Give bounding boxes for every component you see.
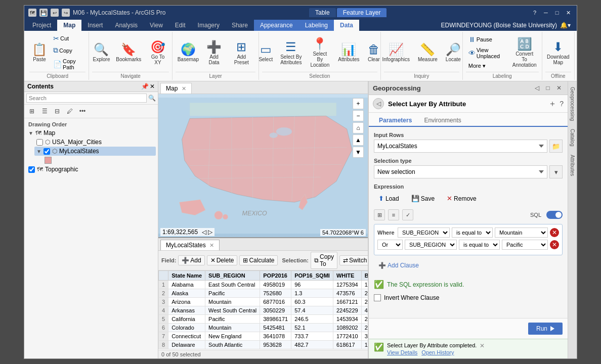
minimize-btn[interactable]: ─ [541, 9, 550, 17]
open-history-link[interactable]: Open History [421, 349, 454, 355]
tab-geoprocessing-vertical[interactable]: Geoprocessing [568, 83, 577, 124]
switch-btn[interactable]: ⇄ Switch [339, 255, 368, 265]
table-scroll[interactable]: State Name SUB_REGION POP2016 POP16_SQMI… [158, 270, 368, 350]
selection-type-select[interactable]: New selection Add to current selection R… [374, 165, 547, 178]
close-btn[interactable]: ✕ [564, 9, 573, 17]
table-row[interactable]: 3ArizonaMountain687701660.31667121259 [159, 298, 368, 306]
tab-imagery[interactable]: Imagery [192, 20, 226, 31]
tab-attributes-vertical[interactable]: Attributes [568, 151, 577, 179]
paste-button[interactable]: 📋 Paste [29, 40, 50, 64]
where-val-1[interactable]: Mountain [495, 228, 548, 238]
tab-share[interactable]: Share [226, 20, 254, 31]
topographic-checkbox[interactable] [28, 166, 35, 173]
expand-icon[interactable]: ▾ [568, 22, 571, 29]
view-details-link[interactable]: View Details [387, 349, 417, 355]
sidebar-pin-icon[interactable]: 📌 [141, 83, 149, 90]
col-pop16-sqmi[interactable]: POP16_SQMI [291, 271, 333, 281]
col-white[interactable]: WHITE [333, 271, 361, 281]
geopanel-tab-environments[interactable]: Environments [418, 115, 467, 127]
table-row[interactable]: 8DelawareSouth Atlantic953628482.7618617… [159, 341, 368, 349]
copy-path-button[interactable]: 📄 Copy Path [51, 57, 85, 72]
feature-layer-tab-title[interactable]: Feature Layer [337, 8, 387, 17]
layer-my-local-states[interactable]: ▼ ⬡ MyLocalStates [34, 147, 156, 156]
where-op-1[interactable]: is equal to [452, 228, 493, 238]
home-btn[interactable]: ⌂ [353, 122, 364, 133]
copy-button[interactable]: ⧉ Copy [51, 44, 85, 56]
or-connector-select[interactable]: Or And [377, 240, 403, 250]
help-btn[interactable]: ? [530, 9, 539, 17]
geopanel-back-history-icon[interactable]: ◁ [532, 83, 541, 93]
table-row[interactable]: 2AlaskaPacific7526801.347357623 [159, 289, 368, 298]
cut-button[interactable]: ✂ Cut [51, 33, 85, 44]
table-tab-mystates[interactable]: MyLocalStates ✕ [160, 240, 220, 250]
map-area[interactable]: MEXICO + − ⌂ ▲ ▼ 1:69,322,565 ◁ ▷ [158, 94, 368, 237]
filter-btn[interactable]: 🖊 [64, 106, 75, 117]
table-row[interactable]: 4ArkansasWest South Central305022957.422… [159, 306, 368, 315]
save-expression-btn[interactable]: 💾 Save [407, 193, 439, 204]
pan-down-btn[interactable]: ▼ [353, 147, 364, 158]
gotoxy-button[interactable]: 🎯 Go To XY [145, 38, 171, 67]
geopanel-tab-parameters[interactable]: Parameters [373, 115, 418, 127]
sql-toggle[interactable] [546, 211, 563, 219]
input-rows-select[interactable]: MyLocalStates [374, 140, 547, 153]
view-unplaced-button[interactable]: 👁 View Unplaced [466, 46, 509, 61]
geopanel-restore-icon[interactable]: □ [543, 83, 552, 93]
layer-map[interactable]: ▼ 🗺 Map [26, 128, 156, 138]
map-tab[interactable]: Map ✕ [160, 83, 192, 94]
map-tab-close[interactable]: ✕ [182, 85, 186, 92]
geopanel-help-icon[interactable]: ? [560, 100, 564, 108]
col-pop2016[interactable]: POP2016 [260, 271, 291, 281]
table-tab-close[interactable]: ✕ [209, 242, 214, 248]
zoom-in-btn[interactable]: + [353, 98, 364, 109]
col-bla[interactable]: BLA [361, 271, 368, 281]
select-by-location-button[interactable]: 📍 Select ByLocation [306, 35, 334, 70]
explore-button[interactable]: 🔍 Explore [90, 40, 113, 64]
more-button[interactable]: More ▾ [466, 61, 509, 71]
bookmarks-button[interactable]: 🔖 Bookmarks [114, 40, 144, 64]
layer-view-btn[interactable]: ⊞ [26, 106, 37, 117]
pause-button[interactable]: ⏸ Pause [466, 34, 509, 45]
tab-data[interactable]: Data [334, 20, 359, 31]
status-close-btn[interactable]: ✕ [480, 342, 485, 349]
select-by-attributes-button[interactable]: ☰ Select ByAttributes [277, 38, 305, 67]
list-view-btn[interactable]: ☰ [39, 106, 50, 117]
tab-project[interactable]: Project [26, 20, 57, 31]
usa-cities-checkbox[interactable] [36, 139, 43, 146]
add-clause-btn[interactable]: ➕ Add Clause [374, 259, 563, 271]
table-row[interactable]: 6ColoradoMountain542548152.11089202201 [159, 324, 368, 332]
states-color-swatch[interactable] [45, 157, 52, 164]
more-options-btn[interactable]: ••• [77, 106, 88, 117]
table-row[interactable]: 1AlabamaEast South Central49580199612753… [159, 281, 368, 289]
where-field-1[interactable]: SUB_REGION [398, 228, 450, 238]
expr-verify-btn[interactable]: ✓ [402, 209, 413, 220]
sidebar-search-input[interactable] [26, 94, 147, 103]
col-state-name[interactable]: State Name [168, 271, 205, 281]
where-field-2[interactable]: SUB_REGION [405, 240, 457, 250]
load-expression-btn[interactable]: ⬆ Load [374, 193, 404, 204]
quick-access-undo[interactable]: ↩ [51, 9, 59, 17]
tab-labeling[interactable]: Labeling [299, 20, 334, 31]
invert-checkbox[interactable] [374, 294, 381, 301]
selection-type-expand-btn[interactable]: ▾ [549, 165, 563, 178]
basemap-button[interactable]: 🌍 Basemap [176, 40, 200, 64]
tab-edit[interactable]: Edit [169, 20, 192, 31]
where-val-2[interactable]: Pacific [502, 240, 548, 250]
table-row[interactable]: 5CaliforniaPacific38986171246.5145393422… [159, 315, 368, 324]
add-data-button[interactable]: ➕ Add Data [202, 38, 227, 67]
remove-expression-btn[interactable]: ✕ Remove [442, 193, 481, 204]
add-preset-button[interactable]: ⊞ Add Preset [228, 38, 256, 67]
run-button[interactable]: Run [528, 323, 563, 335]
sidebar-close-icon[interactable]: ✕ [150, 83, 155, 90]
quick-access-save[interactable]: 💾 [39, 9, 48, 17]
input-rows-browse-btn[interactable]: 📁 [549, 140, 563, 153]
convert-to-annotation-button[interactable]: 🔠 Convert ToAnnotation [510, 35, 539, 70]
states-checkbox[interactable] [44, 148, 50, 155]
add-field-btn[interactable]: ➕ Add [178, 255, 204, 265]
where-remove-2[interactable]: ✕ [550, 240, 559, 249]
tab-map[interactable]: Map [57, 20, 81, 31]
group-view-btn[interactable]: ⊟ [52, 106, 63, 117]
table-tab-title[interactable]: Table [309, 8, 336, 17]
tab-view[interactable]: View [144, 20, 169, 31]
expr-list-btn[interactable]: ≡ [388, 209, 399, 220]
geopanel-add-btn[interactable]: ＋ [547, 99, 557, 109]
